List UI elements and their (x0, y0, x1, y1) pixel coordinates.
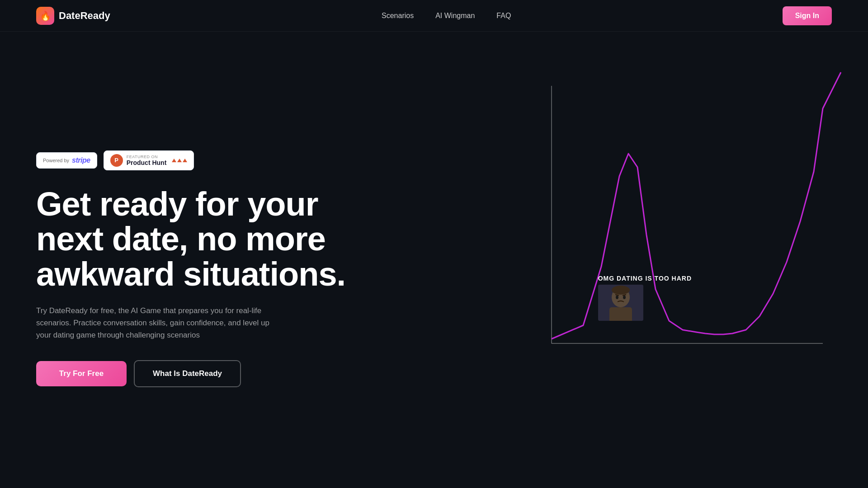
logo[interactable]: 🔥 DateReady (36, 7, 110, 25)
stripe-name-label: stripe (72, 156, 90, 164)
meme-tooltip: OMG DATING IS TOO HARD (598, 275, 692, 321)
meme-image (598, 285, 643, 321)
nav-ai-wingman[interactable]: AI Wingman (435, 12, 475, 20)
hero-subtext: Try DateReady for free, the AI Game that… (36, 305, 271, 342)
stripe-badge: Powered by stripe (36, 152, 97, 169)
triangle-icon-2 (177, 159, 182, 162)
chart-svg (416, 63, 868, 380)
right-chart: OMG DATING IS TOO HARD (416, 63, 868, 380)
heading-line1: Get ready for your (36, 185, 318, 223)
ph-upvote-icons (172, 159, 187, 162)
svg-rect-5 (609, 307, 632, 321)
svg-point-4 (612, 286, 630, 295)
logo-text: DateReady (59, 10, 110, 22)
heading-line2: next date, no more (36, 220, 326, 258)
svg-point-7 (623, 296, 626, 299)
triangle-icon-1 (172, 159, 176, 162)
hero-heading: Get ready for your next date, no more aw… (36, 187, 375, 292)
main-content: Powered by stripe P FEATURED ON Product … (0, 32, 868, 488)
nav-scenarios[interactable]: Scenarios (382, 12, 414, 20)
triangle-icon-3 (183, 159, 187, 162)
ph-text: FEATURED ON Product Hunt (127, 155, 167, 166)
logo-icon: 🔥 (36, 7, 54, 25)
cta-row: Try For Free What Is DateReady (36, 360, 375, 387)
ph-logo-icon: P (110, 154, 123, 167)
ph-name-label: Product Hunt (127, 159, 167, 166)
meme-label: OMG DATING IS TOO HARD (598, 275, 692, 282)
nav-faq[interactable]: FAQ (496, 12, 511, 20)
ph-featured-on-label: FEATURED ON (127, 155, 167, 159)
sign-in-button[interactable]: Sign In (783, 6, 832, 25)
nav-links: Scenarios AI Wingman FAQ (382, 12, 511, 20)
badge-row: Powered by stripe P FEATURED ON Product … (36, 150, 375, 170)
product-hunt-badge: P FEATURED ON Product Hunt (104, 150, 194, 170)
hero-left: Powered by stripe P FEATURED ON Product … (36, 132, 375, 388)
try-free-button[interactable]: Try For Free (36, 361, 127, 386)
heading-line3: awkward situations. (36, 255, 345, 293)
stripe-powered-by-label: Powered by (43, 158, 69, 163)
what-is-button[interactable]: What Is DateReady (134, 360, 241, 387)
svg-point-6 (616, 296, 618, 299)
navbar: 🔥 DateReady Scenarios AI Wingman FAQ Sig… (0, 0, 868, 32)
